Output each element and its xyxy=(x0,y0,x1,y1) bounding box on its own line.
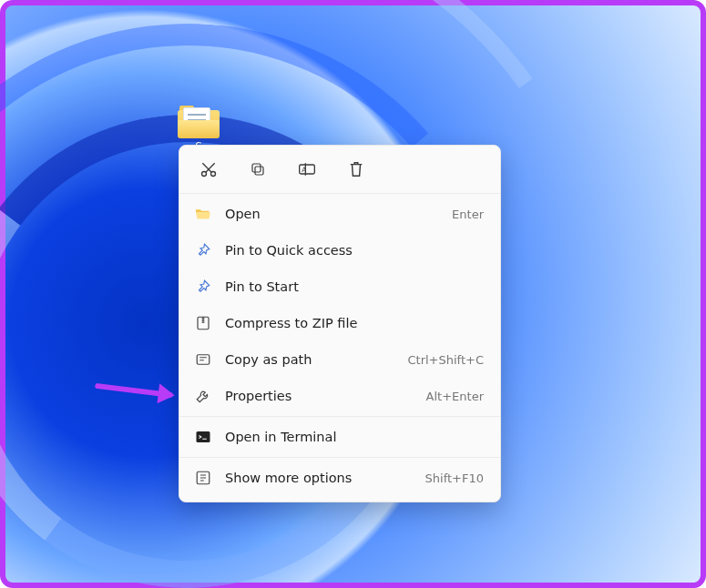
menu-item-shortcut: Alt+Enter xyxy=(426,390,484,403)
copy-path-icon xyxy=(194,350,212,369)
rename-icon: A xyxy=(298,161,316,177)
menu-item-label: Copy as path xyxy=(225,352,312,367)
context-toolbar: A xyxy=(179,153,500,191)
svg-text:A: A xyxy=(302,166,307,174)
desktop: S A xyxy=(0,0,706,588)
more-options-icon xyxy=(194,469,212,487)
menu-item-label: Open in Terminal xyxy=(225,430,336,444)
svg-rect-2 xyxy=(255,167,263,175)
folder-open-icon xyxy=(194,205,212,223)
menu-item-pin-quick-access[interactable]: Pin to Quick access xyxy=(179,232,500,269)
menu-item-shortcut: Ctrl+Shift+C xyxy=(407,353,484,367)
menu-item-shortcut: Enter xyxy=(452,208,484,221)
cut-button[interactable] xyxy=(198,158,220,180)
menu-separator xyxy=(179,193,500,194)
svg-rect-7 xyxy=(197,355,210,365)
copy-icon xyxy=(250,161,266,177)
menu-item-shortcut: Shift+F10 xyxy=(425,471,484,485)
menu-item-copy-as-path[interactable]: Copy as path Ctrl+Shift+C xyxy=(179,341,500,378)
pin-icon xyxy=(194,241,212,259)
menu-item-label: Properties xyxy=(225,389,292,403)
svg-point-1 xyxy=(211,172,216,177)
menu-separator xyxy=(179,457,500,458)
context-menu: A Open Enter Pin to Quick access xyxy=(179,145,501,502)
pin-icon xyxy=(194,278,212,296)
menu-item-pin-start[interactable]: Pin to Start xyxy=(179,269,500,305)
zip-icon xyxy=(194,314,212,332)
menu-item-label: Pin to Start xyxy=(225,279,299,294)
cut-icon xyxy=(200,160,218,178)
wrench-icon xyxy=(194,387,212,405)
menu-item-show-more-options[interactable]: Show more options Shift+F10 xyxy=(179,460,500,496)
svg-rect-3 xyxy=(252,164,261,172)
trash-icon xyxy=(348,160,364,178)
folder-icon xyxy=(178,106,220,137)
svg-rect-8 xyxy=(197,431,210,442)
menu-item-properties[interactable]: Properties Alt+Enter xyxy=(179,378,500,414)
terminal-icon xyxy=(194,428,212,446)
svg-point-0 xyxy=(202,172,207,177)
menu-item-label: Compress to ZIP file xyxy=(225,316,357,330)
menu-item-label: Show more options xyxy=(225,471,352,485)
rename-button[interactable]: A xyxy=(296,158,318,180)
delete-button[interactable] xyxy=(345,158,367,180)
menu-item-open[interactable]: Open Enter xyxy=(179,196,500,232)
menu-item-compress-zip[interactable]: Compress to ZIP file xyxy=(179,305,500,341)
copy-button[interactable] xyxy=(247,158,269,180)
menu-item-label: Pin to Quick access xyxy=(225,243,353,258)
menu-item-label: Open xyxy=(225,207,261,221)
menu-separator xyxy=(179,416,500,417)
menu-item-open-terminal[interactable]: Open in Terminal xyxy=(179,419,500,455)
